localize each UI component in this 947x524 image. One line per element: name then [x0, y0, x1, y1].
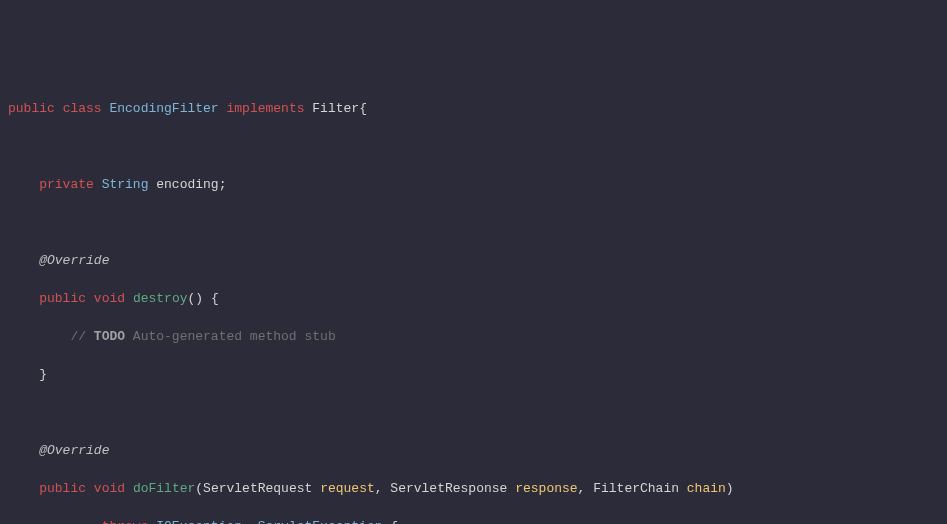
code-editor[interactable]: public class EncodingFilter implements F… — [0, 76, 947, 524]
code-line: throws IOException, ServletException { — [8, 517, 947, 524]
code-line: @Override — [8, 251, 947, 270]
code-line — [8, 403, 947, 422]
code-line — [8, 137, 947, 156]
code-line: // TODO Auto-generated method stub — [8, 327, 947, 346]
code-line: public class EncodingFilter implements F… — [8, 99, 947, 118]
code-line: @Override — [8, 441, 947, 460]
code-line: } — [8, 365, 947, 384]
code-line: private String encoding; — [8, 175, 947, 194]
code-line — [8, 213, 947, 232]
code-line: public void destroy() { — [8, 289, 947, 308]
code-line: public void doFilter(ServletRequest requ… — [8, 479, 947, 498]
